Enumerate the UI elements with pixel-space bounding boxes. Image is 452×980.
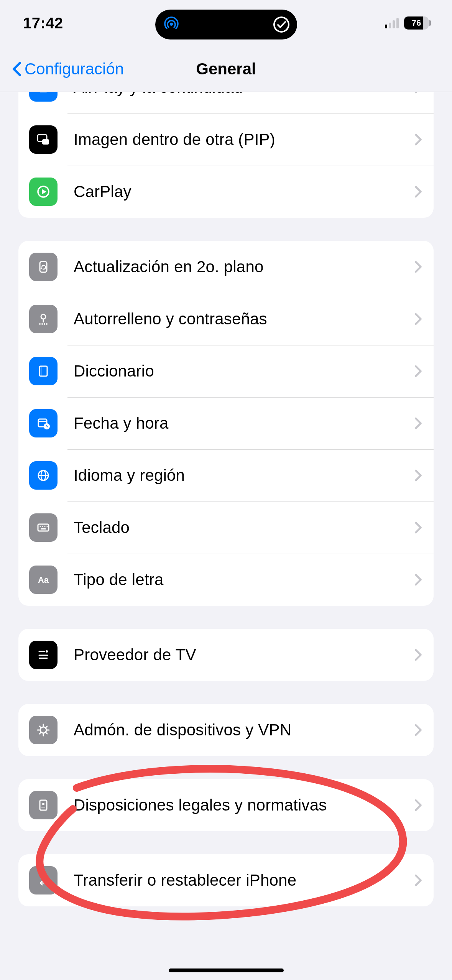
row-label: Tipo de letra: [74, 571, 410, 589]
svg-point-29: [44, 526, 46, 527]
svg-point-13: [41, 323, 43, 325]
svg-marker-9: [40, 267, 42, 269]
row-dictionary[interactable]: Diccionario: [18, 345, 434, 397]
row-tv-provider[interactable]: Proveedor de TV: [18, 629, 434, 681]
settings-group: Transferir o restablecer iPhone: [18, 854, 434, 906]
tv-provider-icon: [29, 641, 58, 669]
nav-bar: Configuración General: [0, 46, 452, 92]
gear-icon: [29, 716, 58, 744]
chevron-right-icon: [414, 469, 422, 482]
airplay-icon: [29, 92, 58, 102]
chevron-right-icon: [414, 133, 422, 146]
battery-indicator: 76: [404, 16, 431, 30]
globe-icon: [29, 461, 58, 490]
calendar-clock-icon: [29, 409, 58, 437]
row-language-region[interactable]: Idioma y región: [18, 449, 434, 502]
chevron-right-icon: [414, 874, 422, 886]
svg-rect-31: [41, 528, 46, 529]
settings-group: Proveedor de TV: [18, 629, 434, 681]
chevron-right-icon: [414, 313, 422, 325]
svg-marker-7: [42, 189, 46, 194]
row-background-refresh[interactable]: Actualización en 2o. plano: [18, 241, 434, 293]
svg-line-45: [39, 733, 41, 734]
chevron-right-icon: [414, 186, 422, 198]
row-pip[interactable]: Imagen dentro de otra (PIP): [18, 113, 434, 166]
status-bar: 17:42 76: [0, 0, 452, 46]
settings-group: Actualización en 2o. plano Autorrelleno …: [18, 241, 434, 606]
row-carplay[interactable]: CarPlay: [18, 166, 434, 218]
settings-scroll[interactable]: AirPlay y la continuidad Imagen dentro d…: [0, 92, 452, 980]
page-title: General: [196, 60, 256, 78]
certificate-icon: [29, 791, 58, 819]
svg-text:Aa: Aa: [38, 575, 49, 585]
font-icon: Aa: [29, 566, 58, 594]
row-label: Actualización en 2o. plano: [74, 258, 410, 276]
svg-point-0: [170, 23, 173, 26]
checkmark-circle-icon: [273, 16, 290, 33]
chevron-right-icon: [414, 261, 422, 273]
svg-point-28: [42, 526, 43, 527]
settings-group: AirPlay y la continuidad Imagen dentro d…: [18, 92, 434, 218]
back-label: Configuración: [25, 60, 124, 78]
row-fonts[interactable]: Aa Tipo de letra: [18, 554, 434, 606]
svg-marker-3: [40, 92, 47, 92]
chevron-left-icon: [12, 61, 22, 77]
row-label: AirPlay y la continuidad: [74, 92, 410, 97]
chevron-right-icon: [414, 724, 422, 736]
row-label: Transferir o restablecer iPhone: [74, 871, 410, 890]
row-date-time[interactable]: Fecha y hora: [18, 397, 434, 449]
row-airplay[interactable]: AirPlay y la continuidad: [18, 92, 434, 113]
svg-point-1: [274, 17, 289, 32]
row-label: Idioma y región: [74, 466, 410, 485]
chevron-right-icon: [414, 521, 422, 534]
keyboard-icon: [29, 513, 58, 542]
book-icon: [29, 357, 58, 385]
row-autofill-passwords[interactable]: Autorrelleno y contraseñas: [18, 293, 434, 345]
row-legal-regulatory[interactable]: Disposiciones legales y normativas: [18, 779, 434, 831]
row-label: Autorrelleno y contraseñas: [74, 310, 410, 328]
airdrop-icon: [162, 15, 181, 34]
settings-group: Admón. de dispositivos y VPN: [18, 704, 434, 756]
svg-point-47: [42, 803, 44, 805]
svg-point-14: [44, 323, 45, 325]
row-transfer-reset[interactable]: Transferir o restablecer iPhone: [18, 854, 434, 906]
refresh-icon: [29, 253, 58, 281]
row-vpn-device-management[interactable]: Admón. de dispositivos y VPN: [18, 704, 434, 756]
row-label: Fecha y hora: [74, 414, 410, 432]
row-keyboard[interactable]: Teclado: [18, 502, 434, 554]
chevron-right-icon: [414, 574, 422, 586]
svg-line-42: [39, 726, 41, 727]
row-label: Admón. de dispositivos y VPN: [74, 721, 410, 739]
svg-point-37: [40, 727, 46, 733]
svg-rect-36: [39, 658, 48, 659]
svg-point-30: [47, 526, 48, 527]
cellular-signal-icon: [385, 18, 399, 28]
chevron-right-icon: [414, 649, 422, 661]
transfer-icon: [29, 866, 58, 894]
key-icon: [29, 305, 58, 333]
svg-point-10: [41, 314, 46, 319]
row-label: CarPlay: [74, 183, 410, 201]
chevron-right-icon: [414, 365, 422, 377]
carplay-icon: [29, 178, 58, 206]
home-indicator[interactable]: [169, 968, 284, 972]
row-label: Disposiciones legales y normativas: [74, 796, 410, 814]
row-label: Imagen dentro de otra (PIP): [74, 130, 410, 149]
chevron-right-icon: [414, 92, 422, 94]
status-right: 76: [385, 16, 431, 30]
battery-percent: 76: [404, 16, 429, 30]
svg-point-34: [46, 650, 48, 653]
pip-icon: [29, 125, 58, 154]
row-label: Diccionario: [74, 362, 410, 380]
svg-line-44: [46, 726, 47, 727]
svg-point-12: [39, 323, 41, 325]
row-label: Proveedor de TV: [74, 646, 410, 664]
dynamic-island: [155, 10, 297, 39]
chevron-right-icon: [414, 799, 422, 811]
svg-rect-5: [42, 139, 49, 145]
svg-line-43: [46, 733, 47, 734]
settings-group: Disposiciones legales y normativas: [18, 779, 434, 831]
svg-rect-26: [38, 524, 49, 531]
back-button[interactable]: Configuración: [12, 60, 124, 78]
row-label: Teclado: [74, 518, 410, 537]
